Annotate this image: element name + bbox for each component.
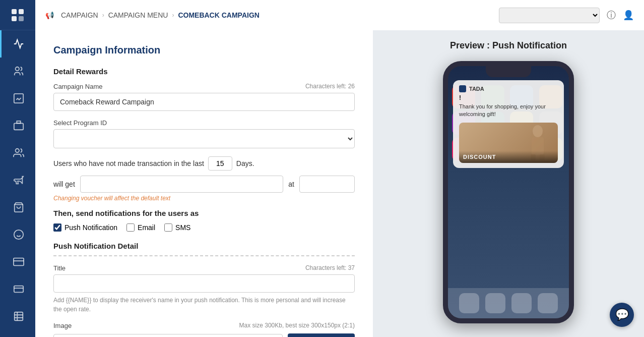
sidebar-item-voucher[interactable] <box>0 248 35 275</box>
topnav-select[interactable] <box>499 8 600 23</box>
phone-mockup: TADA ! Thank you for shopping, enjoy you… <box>443 61 574 323</box>
breadcrumb-sep-1: › <box>102 12 104 19</box>
push-notif-discount-label: DISCOUNT <box>459 151 558 163</box>
campaign-icon <box>13 175 24 186</box>
title-field-group: Title Characters left: 37 Add {{NAME}} t… <box>53 264 355 314</box>
sidebar-item-dashboard[interactable] <box>0 30 35 58</box>
svg-point-17 <box>533 125 543 137</box>
sidebar-item-contacts[interactable] <box>0 139 35 166</box>
sms-checkbox-label: SMS <box>175 223 190 232</box>
svg-point-4 <box>15 67 19 71</box>
sms-checkbox[interactable] <box>164 223 172 232</box>
dock-icon-1 <box>459 293 479 313</box>
contacts-icon <box>13 147 24 158</box>
sidebar-item-bag[interactable] <box>0 194 35 221</box>
breadcrumb-campaign-menu[interactable]: CAMPAIGN MENU <box>108 11 168 19</box>
program-id-label: Select Program ID <box>53 119 107 127</box>
will-get-input[interactable] <box>80 176 284 193</box>
at-input[interactable] <box>299 176 355 193</box>
sms-checkbox-item[interactable]: SMS <box>164 223 190 232</box>
push-notif-title: ! <box>459 94 558 101</box>
users-icon <box>13 66 24 77</box>
content-area: Campaign Information Detail Rewards Camp… <box>35 30 644 337</box>
sidebar-item-analytics[interactable] <box>0 85 35 112</box>
logo-icon <box>11 8 25 22</box>
transaction-text-suffix: Days. <box>236 159 254 167</box>
sidebar-item-users[interactable] <box>0 58 35 85</box>
phone-body: TADA ! Thank you for shopping, enjoy you… <box>443 61 574 323</box>
push-notification-preview: TADA ! Thank you for shopping, enjoy you… <box>453 80 564 168</box>
bag-icon <box>13 202 24 213</box>
breadcrumb-campaign[interactable]: CAMPAIGN <box>61 11 98 19</box>
svg-rect-0 <box>12 9 17 14</box>
image-upload-row: UPLOAD IMAGE <box>53 333 355 337</box>
breadcrumb-sep-2: › <box>172 12 174 19</box>
program-id-label-row: Select Program ID <box>53 119 355 127</box>
svg-rect-5 <box>14 94 23 103</box>
title-label: Title <box>53 264 66 272</box>
form-panel: Campaign Information Detail Rewards Camp… <box>35 30 373 337</box>
transaction-text-prefix: Users who have not made transaction in t… <box>53 159 204 167</box>
push-notif-header: TADA <box>459 85 558 92</box>
svg-point-7 <box>15 149 19 152</box>
will-get-label: will get <box>53 180 75 188</box>
push-brand-icon <box>459 85 466 92</box>
analytics-icon <box>13 93 24 104</box>
phone-screen: TADA ! Thank you for shopping, enjoy you… <box>448 66 569 318</box>
transaction-days-input[interactable] <box>208 156 232 171</box>
user-icon[interactable]: 👤 <box>623 10 634 21</box>
push-notif-body: Thank you for shopping, enjoy your welco… <box>459 103 558 119</box>
program-id-group: Select Program ID <box>53 119 355 148</box>
sidebar-item-card[interactable] <box>0 275 35 303</box>
push-checkbox-item[interactable]: Push Notification <box>53 223 117 232</box>
svg-rect-12 <box>13 258 23 266</box>
form-title: Campaign Information <box>53 44 355 56</box>
chart-icon <box>13 38 24 49</box>
media-icon <box>13 120 24 131</box>
notification-type-row: Push Notification Email SMS <box>53 223 355 232</box>
email-checkbox[interactable] <box>126 223 135 232</box>
push-checkbox-label: Push Notification <box>65 223 117 232</box>
svg-rect-16 <box>14 312 23 321</box>
title-hint: Add {{NAME}} to display the receiver's n… <box>53 296 355 314</box>
chat-fab-button[interactable]: 💬 <box>610 303 634 327</box>
detail-rewards-label: Detail Rewards <box>53 67 355 76</box>
email-checkbox-item[interactable]: Email <box>126 223 155 232</box>
campaign-name-input[interactable] <box>53 93 355 111</box>
sidebar-item-table[interactable] <box>0 303 35 330</box>
image-label: Image <box>53 322 72 329</box>
transaction-row: Users who have not made transaction in t… <box>53 156 355 171</box>
breadcrumb-current: COMEBACK CAMPAIGN <box>178 11 260 19</box>
svg-rect-3 <box>19 16 24 21</box>
changing-voucher-hint: Changing voucher will affect the default… <box>53 195 355 202</box>
dock-icon-2 <box>485 293 505 313</box>
campaign-name-label-row: Campaign Name Characters left: 26 <box>53 83 355 90</box>
program-id-select[interactable] <box>53 129 355 148</box>
sidebar <box>0 0 35 337</box>
table-icon <box>13 311 24 322</box>
upload-image-button[interactable]: UPLOAD IMAGE <box>288 333 355 337</box>
push-detail-title: Push Notification Detail <box>53 242 355 256</box>
dock-icon-4 <box>538 293 558 313</box>
title-chars-left: Characters left: 37 <box>305 264 355 272</box>
voucher-icon <box>13 256 24 267</box>
will-get-row: will get at <box>53 176 355 193</box>
image-url-input[interactable] <box>53 334 283 338</box>
title-label-row: Title Characters left: 37 <box>53 264 355 272</box>
topnav: 📢 CAMPAIGN › CAMPAIGN MENU › COMEBACK CA… <box>35 0 644 30</box>
breadcrumb: 📢 CAMPAIGN › CAMPAIGN MENU › COMEBACK CA… <box>45 11 260 19</box>
help-icon[interactable]: ⓘ <box>607 9 616 21</box>
svg-point-9 <box>14 230 23 239</box>
image-label-row: Image Max size 300Kb, best size 300x150p… <box>53 322 355 329</box>
sidebar-item-rewards[interactable] <box>0 221 35 248</box>
main-wrapper: 📢 CAMPAIGN › CAMPAIGN MENU › COMEBACK CA… <box>35 0 644 337</box>
title-input[interactable] <box>53 274 355 293</box>
push-checkbox[interactable] <box>53 223 61 232</box>
sidebar-item-campaign[interactable] <box>0 166 35 194</box>
preview-panel: Preview : Push Notification <box>373 30 644 337</box>
svg-rect-2 <box>12 16 17 21</box>
rewards-icon <box>13 229 24 240</box>
dock-icon-3 <box>511 293 532 313</box>
sidebar-item-media[interactable] <box>0 112 35 139</box>
notification-label: Then, send notifications for the users a… <box>53 209 355 217</box>
